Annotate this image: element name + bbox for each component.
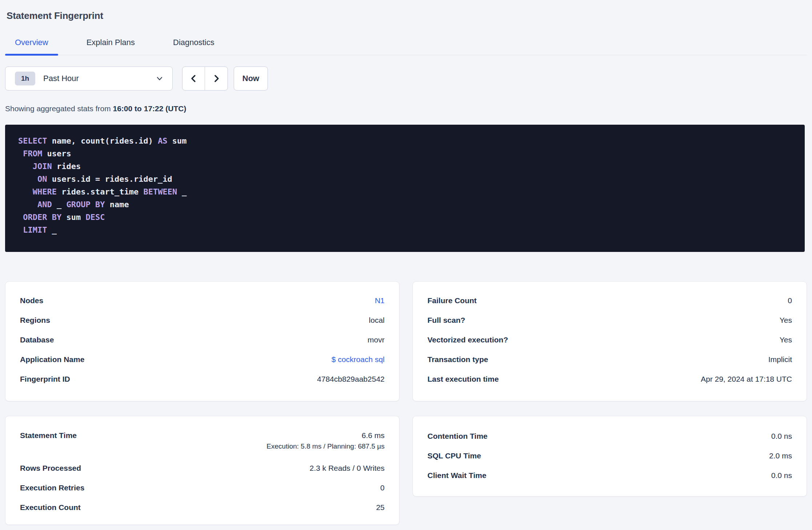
chevron-left-icon	[189, 74, 198, 83]
table-row: Client Wait Time 0.0 ns	[427, 466, 792, 485]
row-value: 0.0 ns	[771, 471, 792, 480]
row-label: Execution Count	[20, 503, 81, 512]
table-row: Vectorized execution? Yes	[427, 330, 792, 350]
time-range-label: Past Hour	[43, 74, 79, 83]
row-label: Application Name	[20, 355, 84, 364]
table-row: Failure Count 0	[427, 291, 792, 310]
prev-interval-button[interactable]	[182, 67, 205, 90]
next-interval-button[interactable]	[205, 67, 228, 90]
statement-time-value: 6.6 ms	[362, 431, 385, 440]
statement-time-breakdown: Execution: 5.8 ms / Planning: 687.5 µs	[266, 442, 385, 450]
row-label: SQL CPU Time	[427, 451, 481, 460]
stats-prefix: Showing aggregated stats from	[5, 104, 113, 113]
row-label: Fingerprint ID	[20, 375, 70, 384]
row-value: 25	[376, 503, 385, 512]
performance-cards-row: Statement Time 6.6 ms Execution: 5.8 ms …	[5, 416, 807, 525]
statement-details-card: Nodes N1 Regions local Database movr App…	[5, 281, 399, 401]
time-range-dropdown[interactable]: 1h Past Hour	[5, 67, 173, 91]
chevron-right-icon	[212, 74, 221, 83]
row-label: Last execution time	[427, 375, 499, 384]
row-value: 0	[380, 483, 385, 492]
chevron-down-icon	[156, 75, 163, 82]
last-execution-time-value: Apr 29, 2024 at 17:18 UTC	[701, 375, 792, 384]
row-label: Client Wait Time	[427, 471, 486, 480]
row-label: Transaction type	[427, 355, 488, 364]
sql-statement-block: SELECT name, count(rides.id) AS sum FROM…	[5, 125, 805, 252]
fingerprint-id-value: 4784cb829aab2542	[317, 375, 385, 384]
table-row: Nodes N1	[20, 291, 385, 310]
row-label: Database	[20, 336, 54, 344]
table-row: Contention Time 0.0 ns	[427, 426, 792, 446]
table-row: Application Name $ cockroach sql	[20, 350, 385, 369]
row-value: 0.0 ns	[771, 432, 792, 441]
table-row: Database movr	[20, 330, 385, 350]
row-value: 2.0 ms	[769, 451, 792, 460]
statement-performance-card: Statement Time 6.6 ms Execution: 5.8 ms …	[5, 416, 399, 525]
table-row: Fingerprint ID 4784cb829aab2542	[20, 369, 385, 389]
tab-bar: Overview Explain Plans Diagnostics	[5, 38, 807, 55]
table-row: Full scan? Yes	[427, 310, 792, 330]
row-label: Failure Count	[427, 296, 477, 305]
stats-time-range: 16:00 to 17:22 (UTC)	[113, 104, 186, 113]
row-label: Execution Retries	[20, 483, 84, 492]
now-button[interactable]: Now	[234, 67, 268, 91]
interval-arrows-group	[182, 67, 228, 91]
application-name-link[interactable]: $ cockroach sql	[331, 355, 385, 364]
statement-fingerprint-page: Statement Fingerprint Overview Explain P…	[0, 0, 812, 525]
page-title: Statement Fingerprint	[5, 10, 807, 21]
row-value: Implicit	[768, 355, 792, 364]
row-label: Regions	[20, 316, 50, 325]
tab-diagnostics[interactable]: Diagnostics	[163, 38, 224, 55]
row-value: 0	[788, 296, 792, 305]
row-value: 2.3 k Reads / 0 Writes	[310, 464, 385, 473]
table-row: Transaction type Implicit	[427, 350, 792, 369]
table-row: Execution Retries 0	[20, 478, 385, 498]
tab-overview[interactable]: Overview	[5, 38, 58, 55]
time-range-badge: 1h	[15, 72, 35, 85]
tab-explain-plans[interactable]: Explain Plans	[77, 38, 145, 55]
row-label: Nodes	[20, 296, 43, 305]
details-cards-row: Nodes N1 Regions local Database movr App…	[5, 281, 807, 401]
row-label: Full scan?	[427, 316, 465, 325]
row-value: Yes	[780, 316, 792, 325]
time-breakdown-card: Contention Time 0.0 ns SQL CPU Time 2.0 …	[413, 416, 807, 497]
table-row: Execution Count 25	[20, 498, 385, 517]
table-row: Rows Processed 2.3 k Reads / 0 Writes	[20, 458, 385, 478]
sql-code: SELECT name, count(rides.id) AS sum FROM…	[18, 134, 794, 236]
time-range-toolbar: 1h Past Hour	[5, 67, 807, 91]
table-row: Regions local	[20, 310, 385, 330]
table-row: SQL CPU Time 2.0 ms	[427, 446, 792, 466]
row-value: movr	[367, 336, 385, 344]
nodes-link[interactable]: N1	[375, 296, 385, 305]
table-row: Last execution time Apr 29, 2024 at 17:1…	[427, 369, 792, 389]
table-row: Statement Time 6.6 ms Execution: 5.8 ms …	[20, 426, 385, 458]
row-label: Rows Processed	[20, 464, 81, 473]
aggregated-stats-summary: Showing aggregated stats from 16:00 to 1…	[5, 104, 807, 113]
row-label: Contention Time	[427, 432, 487, 441]
row-value: Yes	[780, 336, 792, 344]
row-label: Statement Time	[20, 431, 77, 440]
execution-attributes-card: Failure Count 0 Full scan? Yes Vectorize…	[413, 281, 807, 401]
row-value: local	[369, 316, 385, 325]
row-label: Vectorized execution?	[427, 336, 508, 344]
